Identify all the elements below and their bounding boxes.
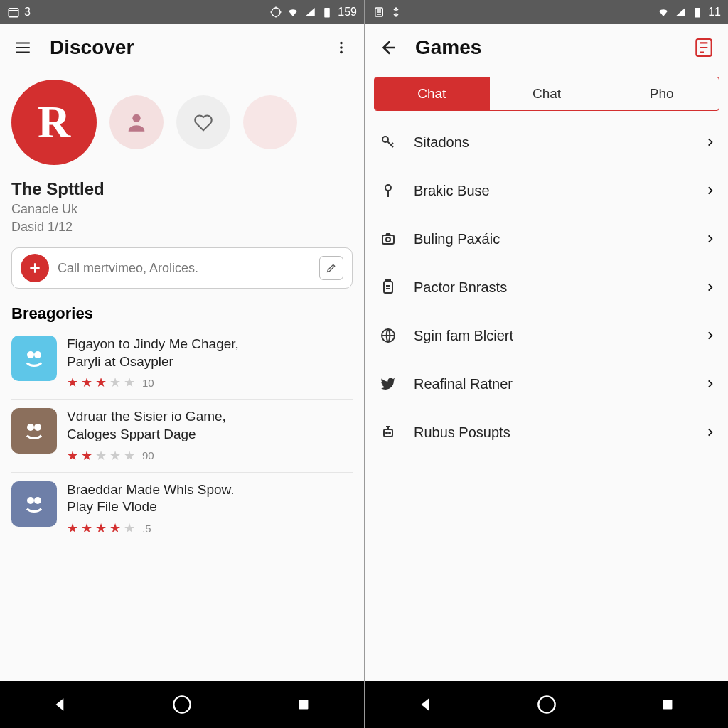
statusbar: 3 159 [0, 0, 364, 24]
star-icon: ★ [67, 448, 78, 464]
svg-point-26 [389, 432, 390, 434]
game-item[interactable]: Braeddar Made Whls Spow.Play File Vlode★… [11, 473, 353, 545]
sync-icon [390, 6, 402, 18]
compose-input[interactable]: Call mertvimeo, Arolices. [11, 247, 353, 289]
svg-rect-28 [663, 700, 673, 710]
profile-name: The Spttled [11, 179, 353, 199]
profile-block: The Spttled Canacle Uk Dasid 1/12 [11, 179, 353, 235]
phone-right: 11 Games ChatChatPho SitadonsBrakic Buse… [364, 0, 728, 728]
list: SitadonsBrakic BuseBuling PaxáicPactor B… [365, 114, 728, 461]
star-icon: ★ [124, 448, 135, 464]
nav-back[interactable] [413, 692, 439, 717]
list-item[interactable]: Brakic Buse [365, 166, 728, 215]
svg-point-10 [34, 424, 41, 431]
chevron-right-icon [705, 280, 715, 294]
game-title-line2: Paryli at Osaypler [67, 353, 353, 371]
svg-point-8 [34, 351, 41, 358]
star-icon: ★ [109, 448, 121, 464]
svg-point-3 [340, 42, 343, 45]
pin-icon [378, 181, 398, 200]
menu-button[interactable] [13, 38, 33, 58]
robot-icon [378, 422, 398, 442]
status-left-num: 3 [24, 6, 31, 18]
add-button[interactable] [21, 254, 49, 282]
svg-point-21 [386, 237, 390, 242]
star-icon: ★ [124, 520, 135, 536]
tab-pho[interactable]: Pho [604, 77, 719, 110]
list-item[interactable]: Sitadons [365, 118, 728, 166]
svg-point-4 [340, 46, 343, 49]
list-label: Rubus Posupts [414, 424, 705, 441]
svg-point-9 [27, 424, 34, 431]
star-icon: ★ [81, 520, 92, 536]
tab-chat[interactable]: Chat [375, 77, 490, 110]
wifi-icon [657, 6, 670, 18]
nav-home[interactable] [169, 692, 195, 717]
chevron-right-icon [705, 232, 715, 246]
battery-icon [321, 6, 333, 18]
phone-left: 3 159 Discover R T [0, 0, 364, 728]
profile-date: Dasid 1/12 [11, 220, 353, 235]
nav-home[interactable] [534, 692, 560, 717]
story-person[interactable] [109, 95, 164, 149]
signal-icon [304, 6, 316, 18]
list-item[interactable]: Pactor Bnrasts [365, 263, 728, 311]
star-icon: ★ [81, 375, 92, 390]
tabs: ChatChatPho [374, 77, 719, 111]
chevron-right-icon [705, 328, 715, 343]
story-heart[interactable] [176, 95, 230, 149]
status-time: 11 [708, 6, 721, 18]
nav-recent[interactable] [655, 692, 680, 717]
target-icon [269, 6, 282, 18]
list-item[interactable]: Buling Paxáic [365, 215, 728, 263]
svg-rect-2 [325, 8, 331, 18]
list-item[interactable]: Reafinal Ratner [365, 360, 728, 408]
list-label: Buling Paxáic [414, 231, 705, 247]
list-item[interactable]: Rubus Posupts [365, 408, 728, 456]
tab-chat[interactable]: Chat [490, 77, 605, 110]
svg-point-7 [27, 351, 34, 358]
story-main[interactable]: R [11, 80, 97, 165]
game-item[interactable]: Vdruar the Sisier io Game,Caloges Sppart… [11, 400, 353, 472]
calendar-icon [7, 6, 20, 18]
star-icon: ★ [95, 375, 107, 390]
game-thumb [11, 408, 57, 454]
game-title-line1: Figayon to Jindy Me Chager, [67, 336, 353, 353]
svg-rect-0 [9, 9, 18, 17]
game-title-line1: Braeddar Made Whls Spow. [67, 481, 353, 499]
sim-icon [373, 6, 385, 18]
more-button[interactable] [331, 38, 351, 58]
rating-count: .5 [142, 523, 151, 535]
chevron-right-icon [705, 183, 715, 198]
svg-point-19 [385, 185, 391, 191]
edit-button[interactable] [319, 256, 343, 280]
game-item[interactable]: Figayon to Jindy Me Chager,Paryli at Osa… [11, 327, 353, 400]
games-list: Figayon to Jindy Me Chager,Paryli at Osa… [11, 327, 353, 545]
nav-back[interactable] [48, 692, 73, 717]
rating: ★★★★★90 [67, 448, 353, 464]
clipboard-icon [378, 277, 398, 297]
star-icon: ★ [109, 375, 121, 390]
camera-icon [378, 229, 398, 249]
status-time: 159 [338, 6, 357, 18]
brand-icon [692, 36, 715, 59]
key-icon [378, 132, 398, 152]
back-button[interactable] [378, 38, 398, 58]
svg-point-27 [538, 696, 555, 712]
compose-placeholder: Call mertvimeo, Arolices. [58, 261, 311, 276]
list-label: Pactor Bnrasts [414, 279, 705, 296]
wifi-icon [287, 6, 299, 18]
story-extra[interactable] [243, 95, 297, 149]
list-item[interactable]: Sgin fam Blciert [365, 311, 728, 360]
star-icon: ★ [95, 448, 107, 464]
battery-icon [691, 6, 704, 18]
rating: ★★★★★.5 [67, 520, 353, 536]
star-icon: ★ [67, 520, 78, 536]
signal-icon [674, 6, 687, 18]
header: Games [365, 24, 728, 71]
nav-recent[interactable] [291, 692, 316, 717]
svg-point-1 [272, 8, 280, 16]
navbar [365, 681, 728, 728]
game-title-line1: Vdruar the Sisier io Game, [67, 408, 353, 426]
navbar [0, 681, 364, 728]
